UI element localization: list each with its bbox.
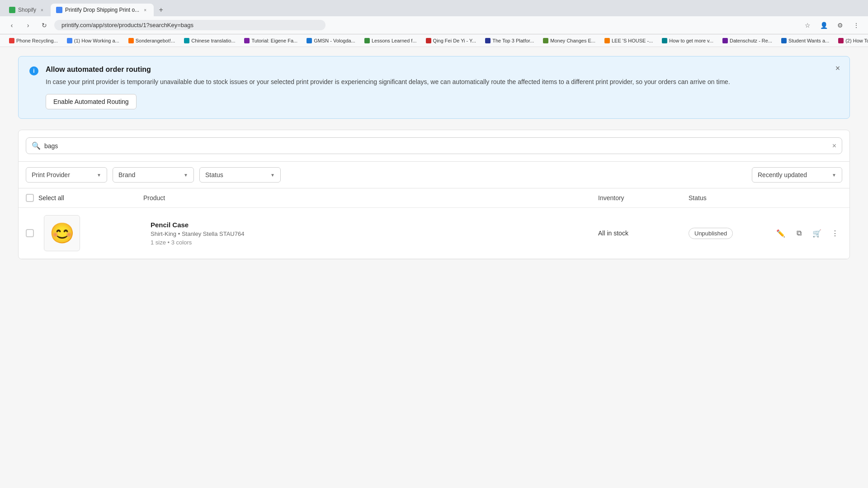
banner-description: In case your print provider is temporari… bbox=[46, 77, 839, 87]
bookmark-12-favicon bbox=[722, 38, 728, 43]
bookmark-2[interactable]: Sonderangebot!... bbox=[125, 37, 179, 44]
brand-label: Brand bbox=[118, 171, 135, 178]
search-box: 🔍 × bbox=[26, 137, 842, 154]
printify-favicon bbox=[56, 7, 62, 13]
bookmark-0-label: Phone Recycling... bbox=[16, 38, 58, 43]
bookmark-11-favicon bbox=[662, 38, 667, 43]
bookmark-4-favicon bbox=[244, 38, 250, 43]
bookmark-0-favicon bbox=[9, 38, 14, 43]
bookmark-1[interactable]: (1) How Working a... bbox=[63, 37, 123, 44]
bookmark-0[interactable]: Phone Recycling... bbox=[5, 37, 61, 44]
product-image: 😊 bbox=[44, 215, 80, 251]
select-all-checkbox[interactable] bbox=[26, 194, 34, 202]
bookmark-6[interactable]: Lessons Learned f... bbox=[361, 37, 420, 44]
bookmark-6-favicon bbox=[364, 38, 370, 43]
bookmark-14-favicon bbox=[838, 38, 844, 43]
search-row: 🔍 × bbox=[19, 130, 849, 162]
bookmark-2-label: Sonderangebot!... bbox=[136, 38, 175, 43]
tab-shopify-close[interactable]: × bbox=[39, 7, 45, 13]
more-options-icon[interactable]: ⋮ bbox=[850, 19, 863, 32]
bookmark-13[interactable]: Student Wants a... bbox=[778, 37, 833, 44]
bookmark-11-label: How to get more v... bbox=[669, 38, 713, 43]
bookmark-7-favicon bbox=[426, 38, 431, 43]
bookmark-10[interactable]: LEE 'S HOUSE -... bbox=[601, 37, 656, 44]
tab-printify[interactable]: Printify Drop Shipping Print o... × bbox=[51, 4, 154, 16]
status-badge: Unpublished bbox=[689, 228, 733, 239]
status-col-header: Status bbox=[689, 194, 770, 202]
bookmark-10-label: LEE 'S HOUSE -... bbox=[612, 38, 653, 43]
bookmark-9[interactable]: Money Changes E... bbox=[539, 37, 599, 44]
product-image-col: 😊 bbox=[44, 215, 143, 251]
table-header: Select all Product Inventory Status bbox=[19, 188, 849, 208]
bookmark-4[interactable]: Tutorial: Eigene Fa... bbox=[241, 37, 301, 44]
enable-automated-routing-button[interactable]: Enable Automated Routing bbox=[46, 94, 137, 109]
sort-dropdown[interactable]: Recently updated ▼ bbox=[752, 167, 842, 183]
tab-shopify-label: Shopify bbox=[18, 7, 36, 13]
bookmark-13-favicon bbox=[781, 38, 787, 43]
row-checkbox-wrap bbox=[26, 229, 44, 237]
forward-button[interactable]: › bbox=[22, 19, 34, 32]
bookmark-7[interactable]: Qing Fei De Yi - Y... bbox=[422, 37, 480, 44]
product-brand: Stanley Stella STAU764 bbox=[182, 230, 245, 237]
browser-window: Shopify × Printify Drop Shipping Print o… bbox=[0, 0, 868, 488]
print-provider-dropdown[interactable]: Print Provider ▼ bbox=[26, 167, 107, 183]
banner-content: Allow automated order routing In case yo… bbox=[46, 66, 839, 109]
status-col: Unpublished bbox=[689, 228, 770, 239]
search-input[interactable] bbox=[44, 142, 829, 150]
tab-shopify[interactable]: Shopify × bbox=[4, 4, 51, 16]
copy-button[interactable]: ⧉ bbox=[792, 226, 806, 240]
close-banner-button[interactable]: × bbox=[831, 62, 844, 75]
reload-button[interactable]: ↻ bbox=[38, 19, 51, 32]
search-icon: 🔍 bbox=[32, 141, 41, 150]
brand-chevron: ▼ bbox=[184, 173, 188, 178]
bookmark-1-label: (1) How Working a... bbox=[74, 38, 119, 43]
bookmark-8-favicon bbox=[485, 38, 491, 43]
edit-button[interactable]: ✏️ bbox=[774, 226, 788, 240]
status-badge-text: Unpublished bbox=[694, 230, 727, 237]
info-banner: i Allow automated order routing In case … bbox=[18, 56, 850, 119]
filters-row: Print Provider ▼ Brand ▼ Status ▼ Recent… bbox=[19, 162, 849, 188]
bookmark-12[interactable]: Datenschutz - Re... bbox=[719, 37, 776, 44]
bookmark-8[interactable]: The Top 3 Platfor... bbox=[481, 37, 538, 44]
bookmark-14-label: (2) How To Add A... bbox=[845, 38, 868, 43]
tab-bar: Shopify × Printify Drop Shipping Print o… bbox=[0, 0, 868, 16]
bookmark-icon[interactable]: ☆ bbox=[801, 19, 814, 32]
product-provider: Shirt-King bbox=[151, 230, 176, 237]
bookmark-4-label: Tutorial: Eigene Fa... bbox=[251, 38, 297, 43]
action-icons: ✏️ ⧉ 🛒 ⋮ bbox=[770, 226, 842, 240]
bookmark-11[interactable]: How to get more v... bbox=[658, 37, 717, 44]
content-area: i Allow automated order routing In case … bbox=[0, 47, 868, 488]
sort-label: Recently updated bbox=[758, 171, 807, 178]
more-options-button[interactable]: ⋮ bbox=[828, 226, 842, 240]
shopify-favicon bbox=[9, 7, 15, 13]
back-button[interactable]: ‹ bbox=[5, 19, 18, 32]
bookmark-3-label: Chinese translatio... bbox=[191, 38, 235, 43]
bookmark-5[interactable]: GMSN - Vologda... bbox=[303, 37, 359, 44]
product-details: Shirt-King • Stanley Stella STAU764 bbox=[151, 230, 598, 237]
bookmark-14[interactable]: (2) How To Add A... bbox=[835, 37, 868, 44]
address-input[interactable] bbox=[54, 20, 326, 30]
cart-button[interactable]: 🛒 bbox=[810, 226, 824, 240]
tab-printify-label: Printify Drop Shipping Print o... bbox=[65, 7, 139, 13]
bookmark-12-label: Datenschutz - Re... bbox=[730, 38, 772, 43]
bookmark-3[interactable]: Chinese translatio... bbox=[180, 37, 239, 44]
bookmarks-bar: Phone Recycling... (1) How Working a... … bbox=[0, 34, 868, 47]
status-dropdown[interactable]: Status ▼ bbox=[199, 167, 281, 183]
status-chevron: ▼ bbox=[270, 173, 275, 178]
brand-dropdown[interactable]: Brand ▼ bbox=[113, 167, 194, 183]
select-all-col: Select all bbox=[26, 194, 143, 202]
tab-printify-close[interactable]: × bbox=[142, 7, 148, 13]
search-clear-button[interactable]: × bbox=[832, 142, 836, 150]
extensions-icon[interactable]: ⚙ bbox=[834, 19, 846, 32]
print-provider-chevron: ▼ bbox=[97, 173, 101, 178]
banner-title: Allow automated order routing bbox=[46, 66, 839, 74]
bookmark-1-favicon bbox=[67, 38, 72, 43]
product-name: Pencil Case bbox=[151, 221, 598, 229]
bookmark-3-favicon bbox=[184, 38, 189, 43]
profile-icon[interactable]: 👤 bbox=[817, 19, 830, 32]
bookmark-5-favicon bbox=[307, 38, 312, 43]
sort-chevron: ▼ bbox=[832, 173, 836, 178]
bookmark-5-label: GMSN - Vologda... bbox=[314, 38, 355, 43]
row-checkbox[interactable] bbox=[26, 229, 34, 237]
new-tab-button[interactable]: + bbox=[156, 5, 166, 15]
